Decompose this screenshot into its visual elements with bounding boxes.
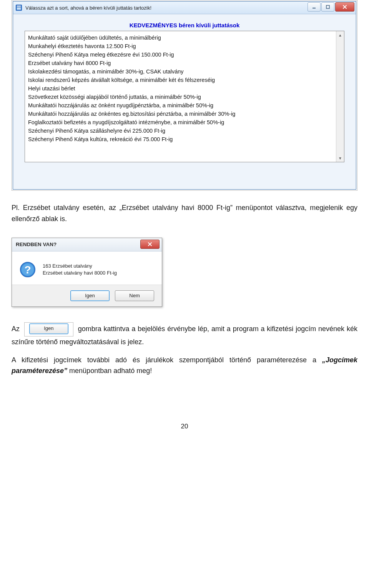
question-icon: ? [20, 262, 36, 278]
selector-window: Válassza azt a sort, ahová a béren kívül… [13, 1, 356, 190]
list-header: KEDVEZMÉNYES béren kívüli juttatások [25, 19, 344, 31]
paragraph-3-a: A kifizetési jogcímek további adó és jár… [12, 356, 322, 364]
close-button[interactable] [335, 2, 354, 12]
window-buttons [308, 2, 354, 12]
svg-rect-1 [17, 6, 21, 7]
page-number: 20 [12, 423, 357, 430]
list-item[interactable]: Munkáltatói hozzájárulás az önkéntes eg.… [28, 110, 333, 118]
list-item[interactable]: Széchenyi Pihenő Kátya szálláshelyre évi… [28, 127, 333, 135]
paragraph-1: Pl. Erzsébet utalvány esetén, az „Erzséb… [12, 202, 357, 225]
list-item[interactable]: Iskolai rendszerű képzés átvállalt költs… [28, 76, 333, 84]
confirm-dialog-titlebar: RENDBEN VAN? [12, 238, 162, 252]
list-item[interactable]: Munkáltató saját üdülőjében üdültetés, a… [28, 33, 333, 42]
list-item[interactable]: Szövetkezet közösségi alapjából történő … [28, 93, 333, 101]
confirm-message-line1: 163 Erzsébet utalvány [43, 263, 117, 270]
list-item[interactable]: Foglalkoztatói befizetés a nyugdíjszolgá… [28, 118, 333, 127]
inline-button-graphic: Igen [24, 322, 73, 336]
app-icon [15, 4, 22, 11]
selector-window-title: Válassza azt a sort, ahová a béren kívül… [25, 5, 151, 11]
benefits-list-inner: Munkáltató saját üdülőjében üdültetés, a… [25, 31, 336, 162]
svg-rect-3 [312, 8, 316, 8]
list-item[interactable]: Helyi utazási bérlet [28, 84, 333, 93]
list-item[interactable]: Iskolakezdési támogatás, a minimálbér 30… [28, 67, 333, 76]
confirm-message-line2: Erzsébet utalvány havi 8000 Ft-ig [43, 270, 117, 277]
minimize-button[interactable] [308, 2, 321, 12]
selector-window-body: KEDVEZMÉNYES béren kívüli juttatások Mun… [13, 14, 356, 189]
svg-text:?: ? [24, 264, 31, 276]
maximize-button[interactable] [321, 2, 334, 12]
list-item[interactable]: Munkáltatói hozzájárulás az önként nyugd… [28, 101, 333, 110]
selector-window-frame: Válassza azt a sort, ahová a béren kívül… [12, 0, 357, 191]
scroll-down-icon[interactable]: ▼ [337, 155, 343, 161]
list-item[interactable]: Széchenyi Pihenő Kátya meleg étkezésre é… [28, 50, 333, 59]
inline-yes-button: Igen [29, 323, 68, 334]
list-item[interactable]: Erzsébet utalvány havi 8000 Ft-ig [28, 59, 333, 67]
svg-rect-4 [326, 5, 329, 8]
benefits-listbox[interactable]: Munkáltató saját üdülőjében üdültetés, a… [25, 31, 344, 162]
listbox-scrollbar[interactable]: ▲ ▼ [336, 31, 344, 162]
scroll-up-icon[interactable]: ▲ [337, 32, 343, 38]
list-item[interactable]: Munkahelyi étkeztetés havonta 12.500 Ft-… [28, 42, 333, 50]
confirm-dialog-body: ? 163 Erzsébet utalvány Erzsébet utalván… [12, 252, 162, 285]
selector-window-titlebar: Válassza azt a sort, ahová a béren kívül… [13, 2, 356, 14]
confirm-close-button[interactable] [140, 240, 160, 249]
paragraph-3-b: menüpontban adható meg! [67, 367, 152, 375]
no-button[interactable]: Nem [115, 290, 154, 301]
confirm-dialog-footer: Igen Nem [12, 285, 162, 306]
confirm-dialog-title: RENDBEN VAN? [16, 242, 57, 247]
paragraph-2: Az Igen gombra kattintva a bejelölés érv… [12, 322, 357, 348]
list-item[interactable]: Széchenyi Pihenő Kátya kultúra, rekreáci… [28, 135, 333, 143]
paragraph-3: A kifizetési jogcímek további adó és jár… [12, 355, 357, 377]
paragraph-2-prefix: Az [12, 325, 20, 333]
svg-rect-2 [17, 7, 21, 10]
confirm-dialog: RENDBEN VAN? ? 163 Erzsébet utalvány Erz… [12, 238, 162, 307]
yes-button[interactable]: Igen [70, 290, 110, 301]
confirm-message: 163 Erzsébet utalvány Erzsébet utalvány … [43, 263, 117, 276]
